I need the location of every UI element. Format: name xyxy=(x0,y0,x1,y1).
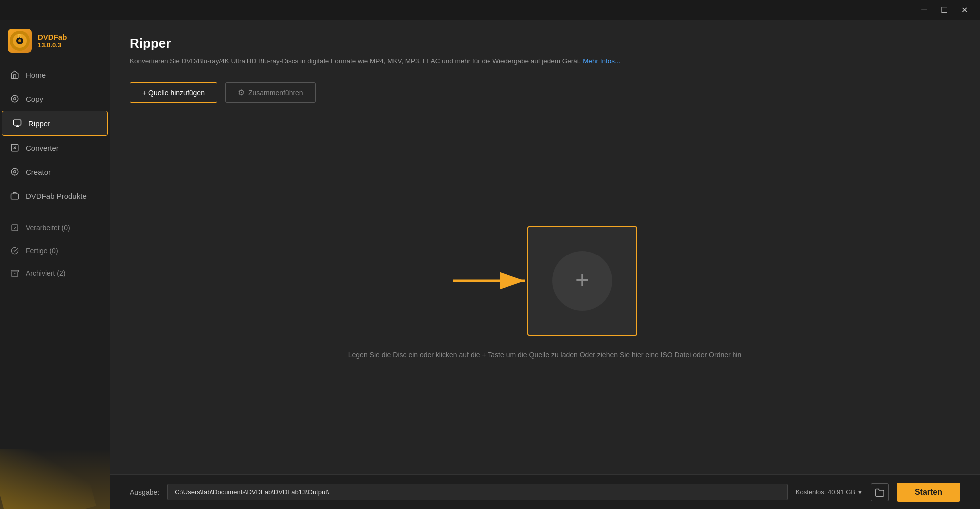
close-button[interactable]: ✕ xyxy=(954,2,974,18)
start-button[interactable]: Starten xyxy=(897,483,960,502)
drop-hint: Legen Sie die Disc ein oder klicken auf … xyxy=(348,351,741,359)
content-header: Ripper Konvertieren Sie DVD/Blu-ray/4K U… xyxy=(110,20,980,76)
sidebar-copy-label: Copy xyxy=(26,95,43,103)
svg-point-11 xyxy=(11,168,18,175)
products-icon xyxy=(10,191,20,201)
completed-icon xyxy=(10,246,20,255)
archived-icon xyxy=(10,268,20,278)
sidebar-item-copy[interactable]: Copy xyxy=(0,87,110,111)
more-info-link[interactable]: Mehr Infos... xyxy=(583,57,620,65)
folder-icon xyxy=(875,488,885,497)
merge-button[interactable]: ⚙ Zusammenführen xyxy=(225,82,316,103)
svg-rect-15 xyxy=(11,194,19,199)
sidebar-divider xyxy=(8,212,102,212)
processing-icon xyxy=(10,223,20,233)
app-logo: D xyxy=(8,29,32,53)
merge-icon: ⚙ xyxy=(238,88,245,97)
drop-zone-inner: + Legen Sie die Disc ein oder klicken au… xyxy=(130,121,960,464)
svg-point-12 xyxy=(14,171,16,173)
titlebar: ─ ☐ ✕ xyxy=(0,0,980,20)
sidebar-item-creator[interactable]: Creator xyxy=(0,160,110,184)
sidebar-ripper-label: Ripper xyxy=(28,119,50,128)
sidebar-item-converter[interactable]: Converter xyxy=(0,136,110,160)
svg-rect-17 xyxy=(11,270,19,272)
sidebar-processing-label: Verarbeitet (0) xyxy=(26,224,70,232)
app-version: 13.0.0.3 xyxy=(38,41,67,49)
ripper-icon xyxy=(12,118,22,128)
page-title: Ripper xyxy=(130,36,960,51)
arrow-box-group: + xyxy=(453,226,637,336)
sidebar-decoration xyxy=(0,449,110,509)
sidebar-item-home[interactable]: Home xyxy=(0,63,110,87)
free-space-display: Kostenlos: 40.91 GB ▼ xyxy=(796,488,863,496)
drop-plus-icon: + xyxy=(575,268,589,292)
drop-zone-container: + Legen Sie die Disc ein oder klicken au… xyxy=(110,111,980,474)
drop-zone[interactable]: + xyxy=(527,226,637,336)
drop-circle: + xyxy=(552,251,612,311)
home-icon xyxy=(10,70,20,80)
svg-point-6 xyxy=(14,98,16,100)
sidebar: D DVDFab 13.0.0.3 Home xyxy=(0,20,110,509)
svg-rect-7 xyxy=(14,120,21,125)
app-body: D DVDFab 13.0.0.3 Home xyxy=(0,20,980,509)
maximize-button[interactable]: ☐ xyxy=(934,2,954,18)
sidebar-converter-label: Converter xyxy=(26,144,59,152)
svg-point-4 xyxy=(18,39,21,42)
output-path-input[interactable] xyxy=(167,484,788,500)
footer: Ausgabe: Kostenlos: 40.91 GB ▼ Starten xyxy=(110,474,980,509)
sidebar-archived-label: Archiviert (2) xyxy=(26,269,65,277)
copy-icon xyxy=(10,94,20,104)
sidebar-item-completed[interactable]: Fertige (0) xyxy=(0,239,110,262)
creator-icon xyxy=(10,167,20,177)
toolbar: + Quelle hinzufügen ⚙ Zusammenführen xyxy=(110,76,980,111)
sidebar-home-label: Home xyxy=(26,71,46,79)
dropdown-arrow-icon: ▼ xyxy=(857,489,863,495)
add-source-button[interactable]: + Quelle hinzufügen xyxy=(130,82,217,103)
sidebar-products-label: DVDFab Produkte xyxy=(26,192,87,200)
converter-icon xyxy=(10,143,20,153)
page-subtitle: Konvertieren Sie DVD/Blu-ray/4K Ultra HD… xyxy=(130,56,960,66)
output-label: Ausgabe: xyxy=(130,488,159,496)
main-content: Ripper Konvertieren Sie DVD/Blu-ray/4K U… xyxy=(110,20,980,509)
browse-folder-button[interactable] xyxy=(871,483,889,501)
app-name: DVDFab xyxy=(38,33,67,41)
sidebar-item-ripper[interactable]: Ripper xyxy=(2,111,108,136)
sidebar-item-processing[interactable]: Verarbeitet (0) xyxy=(0,216,110,239)
sidebar-nav: Home Copy xyxy=(0,63,110,449)
sidebar-item-archived[interactable]: Archiviert (2) xyxy=(0,262,110,285)
sidebar-item-products[interactable]: DVDFab Produkte xyxy=(0,184,110,208)
minimize-button[interactable]: ─ xyxy=(914,2,934,18)
sidebar-creator-label: Creator xyxy=(26,168,51,176)
drop-arrow-icon xyxy=(453,266,532,296)
svg-point-5 xyxy=(11,95,18,102)
sidebar-completed-label: Fertige (0) xyxy=(26,247,58,254)
svg-text:D: D xyxy=(18,34,21,39)
logo-area: D DVDFab 13.0.0.3 xyxy=(0,20,110,63)
